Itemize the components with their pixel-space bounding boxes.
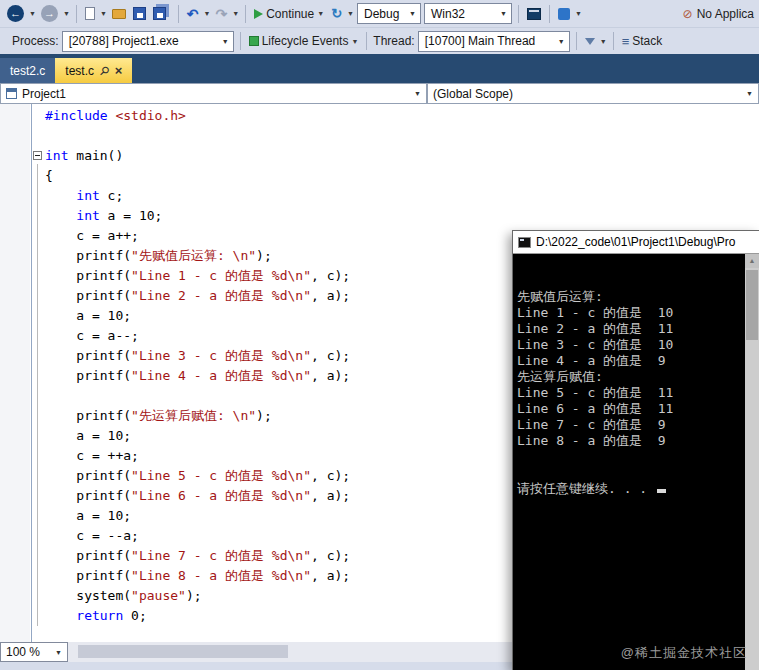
- toolbar-separator: [613, 32, 614, 50]
- code-line: c = a--;: [45, 326, 350, 346]
- toolbar-standard: ← ▼ → ▼ ▼ ↶ ▼ ↷ ▼ Continue ▼ ↻ ▼ Debug ▼…: [0, 0, 759, 27]
- toolbar-separator: [245, 5, 246, 23]
- console-prompt-line: 请按任意键继续. . .: [517, 481, 745, 497]
- code-line: int c;: [45, 186, 350, 206]
- console-line: Line 6 - a 的值是 11: [517, 401, 745, 417]
- horizontal-scrollbar-thumb[interactable]: [78, 645, 288, 658]
- zoom-combo[interactable]: 100 % ▼: [0, 642, 68, 662]
- console-line: Line 1 - c 的值是 10: [517, 305, 745, 321]
- console-line: Line 2 - a 的值是 11: [517, 321, 745, 337]
- immediate-window-button[interactable]: [525, 7, 543, 21]
- chevron-down-icon: ▼: [55, 649, 62, 656]
- solution-configuration-value: Debug: [364, 7, 399, 21]
- console-output: 先赋值后运算:Line 1 - c 的值是 10Line 2 - a 的值是 1…: [513, 254, 745, 670]
- close-icon[interactable]: ×: [115, 64, 123, 77]
- scope-dropdown-value: (Global Scope): [433, 87, 513, 101]
- process-label: Process:: [12, 34, 59, 48]
- watermark-text: @稀土掘金技术社区: [621, 644, 747, 662]
- diagnostics-caret-icon[interactable]: ▼: [575, 10, 582, 17]
- console-title-bar[interactable]: D:\2022_code\01\Project1\Debug\Pro: [513, 231, 759, 254]
- process-combo[interactable]: [20788] Project1.exe ▼: [62, 31, 234, 52]
- diagnostics-button[interactable]: [556, 7, 572, 21]
- thread-value: [10700] Main Thread: [425, 34, 536, 48]
- lifecycle-events-button[interactable]: Lifecycle Events ▼: [247, 33, 361, 49]
- thread-combo[interactable]: [10700] Main Thread ▼: [418, 31, 570, 52]
- application-insights-button[interactable]: ⊘ No Applica: [683, 7, 754, 21]
- console-cursor-icon: [657, 489, 666, 493]
- navigate-backward-button[interactable]: ←: [5, 4, 26, 23]
- editor-navigation-bar: Project1 ▼ (Global Scope) ▼: [0, 83, 759, 104]
- back-history-caret-icon[interactable]: ▼: [29, 10, 36, 17]
- toolbar-separator: [518, 5, 519, 23]
- save-button[interactable]: [131, 6, 148, 21]
- undo-button[interactable]: ↶: [185, 5, 201, 23]
- code-line: printf("Line 7 - c 的值是 %d\n", c);: [45, 546, 350, 566]
- restart-button[interactable]: ↻: [329, 5, 344, 22]
- restart-icon: ↻: [331, 6, 342, 21]
- open-file-button[interactable]: [110, 8, 128, 20]
- tab-label: test2.c: [10, 64, 45, 78]
- chevron-down-icon: ▼: [746, 90, 753, 97]
- code-line: c = ++a;: [45, 446, 350, 466]
- solution-platform-combo[interactable]: Win32 ▼: [424, 3, 512, 24]
- forward-history-caret-icon[interactable]: ▼: [63, 10, 70, 17]
- forward-arrow-icon: →: [41, 5, 58, 22]
- redo-caret-icon[interactable]: ▼: [232, 10, 239, 17]
- code-line: #include <stdio.h>: [45, 106, 350, 126]
- outline-guide-line: [37, 164, 38, 626]
- back-arrow-icon: ←: [7, 5, 24, 22]
- tab-test-c[interactable]: test.c ⚲ ×: [55, 58, 132, 83]
- console-title: D:\2022_code\01\Project1\Debug\Pro: [536, 235, 735, 249]
- redo-button[interactable]: ↷: [213, 5, 229, 23]
- console-line: Line 8 - a 的值是 9: [517, 433, 745, 449]
- toolbar-separator: [178, 5, 179, 23]
- console-line: 先赋值后运算:: [517, 289, 745, 305]
- lifecycle-events-label: Lifecycle Events: [262, 34, 349, 48]
- undo-icon: ↶: [187, 6, 199, 22]
- tab-label: test.c: [65, 64, 94, 78]
- scroll-up-icon[interactable]: ▲: [745, 254, 759, 268]
- restart-caret-icon[interactable]: ▼: [347, 10, 354, 17]
- new-file-caret-icon[interactable]: ▼: [100, 10, 107, 17]
- collapse-region-icon[interactable]: [33, 151, 42, 160]
- chevron-down-icon: ▼: [401, 10, 416, 17]
- no-application-icon: ⊘: [683, 7, 693, 21]
- chevron-down-icon: ▼: [550, 38, 565, 45]
- scope-dropdown[interactable]: (Global Scope) ▼: [427, 83, 759, 104]
- pin-icon[interactable]: ⚲: [97, 63, 112, 78]
- tab-test2-c[interactable]: test2.c: [0, 58, 55, 83]
- solution-configuration-combo[interactable]: Debug ▼: [357, 3, 421, 24]
- code-line: int main(): [45, 146, 350, 166]
- save-all-button[interactable]: [151, 6, 172, 21]
- toolbar-separator: [576, 32, 577, 50]
- code-line: printf("Line 4 - a 的值是 %d\n", a);: [45, 366, 350, 386]
- document-tab-strip: test2.c test.c ⚲ ×: [0, 54, 759, 83]
- console-scrollbar-thumb[interactable]: [746, 270, 758, 340]
- undo-caret-icon[interactable]: ▼: [204, 10, 211, 17]
- console-lines: 先赋值后运算:Line 1 - c 的值是 10Line 2 - a 的值是 1…: [517, 289, 745, 449]
- code-line: printf("先运算后赋值: \n");: [45, 406, 350, 426]
- flag-threads-button[interactable]: [583, 37, 597, 46]
- code-line: system("pause");: [45, 586, 350, 606]
- code-line: c = a++;: [45, 226, 350, 246]
- project-dropdown-value: Project1: [22, 87, 66, 101]
- code-line: printf("Line 6 - a 的值是 %d\n", a);: [45, 486, 350, 506]
- toolbar-separator: [366, 32, 367, 50]
- chevron-down-icon: ▼: [414, 90, 421, 97]
- chevron-down-icon: ▼: [214, 38, 229, 45]
- console-scrollbar[interactable]: ▲: [745, 254, 759, 670]
- play-icon: [254, 9, 263, 19]
- code-line: printf("Line 8 - a 的值是 %d\n", a);: [45, 566, 350, 586]
- project-dropdown[interactable]: Project1 ▼: [0, 83, 427, 104]
- funnel-caret-icon[interactable]: ▼: [600, 38, 607, 45]
- funnel-icon: [585, 38, 595, 45]
- continue-button[interactable]: Continue ▼: [252, 6, 326, 22]
- navigate-forward-button[interactable]: →: [39, 4, 60, 23]
- toolbar-separator: [549, 5, 550, 23]
- save-icon: [133, 7, 146, 20]
- stack-frame-button[interactable]: ≡ Stack: [620, 33, 665, 50]
- editor-margin: [0, 104, 30, 642]
- toolbar-debug-location: Process: [20788] Project1.exe ▼ Lifecycl…: [0, 27, 759, 54]
- code-line: {: [45, 166, 350, 186]
- new-file-button[interactable]: [83, 6, 97, 21]
